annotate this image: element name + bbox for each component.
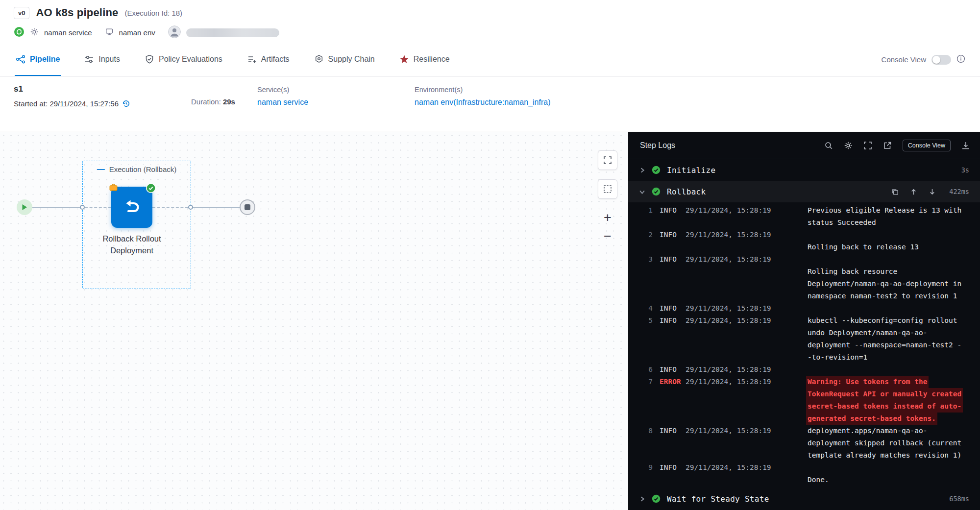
log-message: Done. — [805, 461, 980, 486]
line-number: 9 — [640, 461, 653, 486]
pipeline-icon — [16, 54, 25, 64]
pipeline-canvas[interactable]: — Execution (Rollback) Rollback Rollout … — [0, 132, 628, 510]
environments-label: Environment(s) — [415, 86, 550, 94]
stop-icon — [245, 204, 250, 210]
log-level: INFO — [653, 315, 683, 364]
pipeline-execution-page: v0 AO k8s pipeline (Execution Id: 18) na… — [0, 0, 980, 510]
tab-resilience[interactable]: Resilience — [398, 43, 451, 76]
edge-step-to-group — [152, 207, 188, 208]
tab-policy-evaluations[interactable]: Policy Evaluations — [144, 43, 223, 76]
play-icon — [22, 204, 27, 211]
group-out-port — [188, 205, 193, 210]
log-timestamp: 29/11/2024, 15:28:19 — [683, 229, 805, 253]
tab-supply-chain[interactable]: Supply Chain — [313, 43, 376, 76]
collapse-group-icon[interactable]: — — [97, 166, 105, 173]
open-in-new-icon[interactable] — [883, 141, 892, 150]
supply-chain-icon — [314, 54, 324, 64]
header: v0 AO k8s pipeline (Execution Id: 18) na… — [0, 0, 980, 43]
group-header[interactable]: — Execution (Rollback) — [94, 165, 180, 173]
step-node-rollback-rollout-deployment[interactable] — [111, 187, 152, 228]
log-timestamp: 29/11/2024, 15:28:19 — [683, 364, 805, 376]
group-label: Execution (Rollback) — [109, 165, 177, 173]
tab-pipeline[interactable]: Pipeline — [15, 43, 61, 76]
toggle-knob — [932, 56, 940, 64]
log-message — [805, 302, 980, 315]
service-name[interactable]: naman service — [44, 28, 92, 37]
success-circle-icon — [652, 166, 661, 174]
zoom-out-button[interactable]: − — [598, 226, 617, 246]
stage-block: s1 Started at: 29/11/2024, 15:27:56 — [14, 84, 191, 131]
log-level: INFO — [653, 302, 683, 315]
avatar-icon — [168, 25, 181, 40]
log-row: 2INFO29/11/2024, 15:28:19 Rolling back t… — [628, 229, 980, 253]
step-logs-panel: Step Logs Console View Initialize3sRollb… — [628, 132, 980, 510]
log-message: Warning: Use tokens from theTokenRequest… — [805, 376, 980, 425]
log-row: 1INFO29/11/2024, 15:28:19Previous eligib… — [628, 204, 980, 229]
zoom-in-button[interactable]: + — [598, 208, 617, 227]
canvas-fullscreen-button[interactable] — [598, 150, 617, 170]
copy-logs-icon[interactable] — [891, 188, 899, 195]
canvas-select-button[interactable] — [598, 179, 617, 199]
edge-group-to-end — [193, 207, 240, 208]
line-number: 8 — [640, 425, 653, 461]
line-number: 6 — [640, 364, 653, 376]
log-row: 5INFO29/11/2024, 15:28:19kubectl --kubec… — [628, 315, 980, 364]
chevron-icon — [639, 496, 645, 502]
log-level: INFO — [653, 204, 683, 229]
log-lines: 1INFO29/11/2024, 15:28:19Previous eligib… — [628, 202, 980, 488]
section-duration: 658ms — [949, 495, 969, 503]
stage-summary-bar: s1 Started at: 29/11/2024, 15:27:56 Dura… — [0, 76, 980, 131]
search-icon[interactable] — [824, 141, 833, 150]
log-section-wait-for-steady-state[interactable]: Wait for Steady State658ms — [628, 488, 980, 510]
version-badge: v0 — [14, 7, 29, 19]
line-number: 4 — [640, 302, 653, 315]
service-link[interactable]: naman service — [257, 98, 415, 107]
execution-history-icon[interactable] — [122, 99, 130, 108]
tab-label: Inputs — [98, 55, 120, 64]
inputs-icon — [84, 54, 94, 64]
console-view-toggle[interactable] — [931, 55, 951, 65]
log-section-rollback[interactable]: Rollback422ms — [628, 181, 980, 202]
info-circle-icon[interactable] — [956, 54, 965, 65]
success-circle-icon — [652, 494, 661, 503]
line-number: 7 — [640, 376, 653, 425]
log-row: 6INFO29/11/2024, 15:28:19 — [628, 364, 980, 376]
log-row: 9INFO29/11/2024, 15:28:19 Done. — [628, 461, 980, 486]
log-panel-header: Step Logs Console View — [628, 132, 980, 159]
tab-artifacts[interactable]: Artifacts — [246, 43, 291, 76]
tab-label: Pipeline — [30, 55, 60, 64]
log-level: INFO — [653, 461, 683, 486]
log-message: Rolling back to release 13 — [805, 229, 980, 253]
log-row: 3INFO29/11/2024, 15:28:19 Rolling back r… — [628, 253, 980, 302]
log-settings-gear-icon[interactable] — [844, 141, 853, 150]
log-timestamp: 29/11/2024, 15:28:19 — [683, 302, 805, 315]
section-name: Initialize — [667, 166, 715, 175]
duration-block: Duration: 29s — [191, 84, 257, 131]
console-view-button[interactable]: Console View — [903, 140, 951, 151]
tab-inputs[interactable]: Inputs — [83, 43, 121, 76]
log-message: deployment.apps/naman-qa-ao-deployment s… — [805, 425, 980, 461]
log-level: INFO — [653, 229, 683, 253]
log-message: Previous eligible Release is 13 withstat… — [805, 204, 980, 229]
scroll-to-top-icon[interactable] — [910, 188, 917, 195]
scroll-to-bottom-icon[interactable] — [929, 188, 936, 195]
environment-icon — [105, 27, 114, 38]
log-section-initialize[interactable]: Initialize3s — [628, 159, 980, 181]
pipeline-start-node[interactable] — [17, 199, 32, 215]
tab-label: Policy Evaluations — [159, 55, 222, 64]
services-block: Service(s) naman service — [257, 84, 415, 131]
environment-link[interactable]: naman env(Infrastructure:naman_infra) — [415, 98, 550, 107]
log-timestamp: 29/11/2024, 15:28:19 — [683, 461, 805, 486]
log-message — [805, 364, 980, 376]
log-timestamp: 29/11/2024, 15:28:19 — [683, 315, 805, 364]
fullscreen-icon[interactable] — [863, 141, 872, 150]
download-logs-icon[interactable] — [961, 141, 970, 150]
artifacts-icon — [247, 54, 257, 64]
pipeline-end-node[interactable] — [240, 199, 255, 215]
stage-name: s1 — [14, 84, 191, 94]
cd-module-icon — [14, 26, 24, 39]
policy-evaluations-icon — [145, 54, 154, 64]
tab-label: Artifacts — [261, 55, 290, 64]
log-row: 8INFO29/11/2024, 15:28:19deployment.apps… — [628, 425, 980, 461]
environment-name[interactable]: naman env — [119, 28, 155, 37]
